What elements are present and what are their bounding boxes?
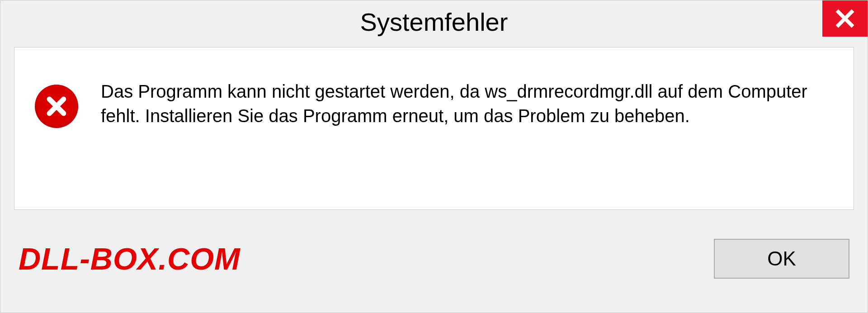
error-message: Das Programm kann nicht gestartet werden… [101,79,829,128]
dialog-footer: DLL-BOX.COM OK [0,219,868,298]
content-panel: Das Programm kann nicht gestartet werden… [14,47,854,210]
watermark-text: DLL-BOX.COM [19,241,241,276]
close-icon [835,9,855,28]
dialog-title: Systemfehler [360,7,508,37]
titlebar: Systemfehler [0,0,868,43]
error-dialog: Systemfehler Das Programm kann nicht ges… [0,0,868,313]
ok-button[interactable]: OK [714,239,849,279]
close-button[interactable] [822,0,868,37]
error-icon-wrap [35,79,78,128]
error-icon [35,85,78,128]
